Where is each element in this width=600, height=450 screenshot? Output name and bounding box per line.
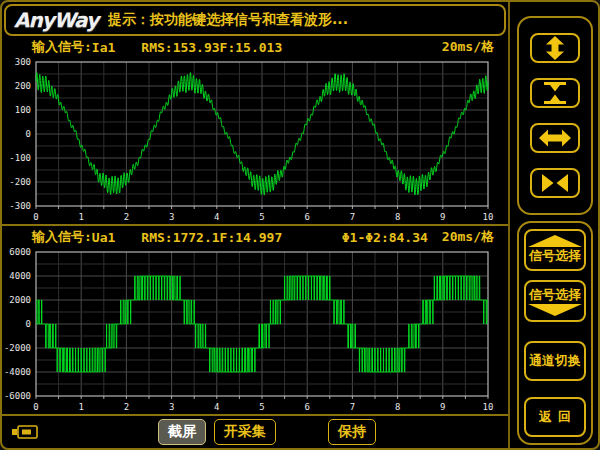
anyway-logo: AnyWay bbox=[14, 8, 98, 32]
y-tick-label: 2000 bbox=[9, 295, 31, 305]
y-tick-label: -4000 bbox=[4, 367, 31, 377]
freq-label: F: bbox=[220, 230, 236, 245]
signal-label: 输入信号: bbox=[32, 38, 92, 56]
hint-text: 提示：按功能键选择信号和查看波形... bbox=[108, 11, 348, 29]
start-capture-button[interactable]: 开采集 bbox=[214, 419, 276, 445]
rms-value: 1772.1 bbox=[173, 230, 220, 245]
expand-horizontal-icon bbox=[539, 126, 571, 150]
freq-label: F: bbox=[220, 40, 236, 55]
arrow-up-icon bbox=[528, 235, 582, 247]
sidebar: 信号选择 信号选择 通道切换 返 回 bbox=[508, 2, 598, 448]
channel-switch-button[interactable]: 通道切换 bbox=[524, 341, 586, 381]
timebase-value: 20ms/格 bbox=[442, 38, 494, 56]
expand-vertical-button[interactable] bbox=[530, 33, 580, 63]
y-tick-label: 4000 bbox=[9, 271, 31, 281]
x-tick-label: 6 bbox=[304, 212, 309, 222]
x-tick-label: 8 bbox=[395, 402, 400, 412]
y-tick-label: -200 bbox=[9, 177, 31, 187]
rms-label: RMS: bbox=[141, 40, 172, 55]
current-waveform-chart: 3002001000-100-200-300012345678910 bbox=[2, 58, 506, 224]
phase-value: 84.34 bbox=[389, 230, 428, 245]
analyzer-screen: AnyWay 提示：按功能键选择信号和查看波形... 输入信号: Ia1 RMS… bbox=[0, 0, 600, 450]
rms-label: RMS: bbox=[141, 230, 172, 245]
bottom-toolbar: 截屏 开采集 保持 bbox=[2, 414, 508, 448]
x-tick-label: 0 bbox=[33, 212, 38, 222]
signal-name: Ua1 bbox=[92, 230, 115, 245]
signal-select-up-label: 信号选择 bbox=[529, 247, 581, 265]
channel-switch-label: 通道切换 bbox=[529, 352, 581, 370]
y-tick-label: 300 bbox=[15, 58, 31, 67]
phase-label: Φ1-Φ2: bbox=[342, 230, 389, 245]
zoom-button-group bbox=[517, 16, 593, 215]
y-tick-label: 0 bbox=[26, 129, 31, 139]
x-tick-label: 2 bbox=[124, 212, 129, 222]
compress-horizontal-button[interactable] bbox=[530, 168, 580, 198]
y-tick-label: -2000 bbox=[4, 343, 31, 353]
compress-vertical-icon bbox=[539, 81, 571, 105]
voltage-waveform-chart: 6000400020000-2000-4000-6000012345678910 bbox=[2, 248, 506, 414]
usb-icon bbox=[10, 423, 40, 441]
x-tick-label: 5 bbox=[259, 212, 264, 222]
y-tick-label: 100 bbox=[15, 105, 31, 115]
x-tick-label: 4 bbox=[214, 402, 219, 412]
x-tick-label: 3 bbox=[169, 212, 174, 222]
back-button[interactable]: 返 回 bbox=[524, 397, 586, 437]
y-tick-label: -100 bbox=[9, 153, 31, 163]
main-area: AnyWay 提示：按功能键选择信号和查看波形... 输入信号: Ia1 RMS… bbox=[2, 2, 508, 448]
back-label-right: 回 bbox=[558, 408, 571, 426]
x-tick-label: 2 bbox=[124, 402, 129, 412]
x-tick-label: 1 bbox=[78, 212, 83, 222]
y-tick-label: 6000 bbox=[9, 248, 31, 257]
signal-select-up-button[interactable]: 信号选择 bbox=[524, 229, 586, 271]
current-chart-panel: 输入信号: Ia1 RMS: 153.93 F: 15.013 20ms/格 3… bbox=[2, 36, 508, 224]
timebase-value: 20ms/格 bbox=[442, 228, 494, 246]
x-tick-label: 6 bbox=[304, 402, 309, 412]
signal-label: 输入信号: bbox=[32, 228, 92, 246]
expand-vertical-icon bbox=[539, 36, 571, 60]
freq-value: 15.013 bbox=[235, 40, 282, 55]
screenshot-button[interactable]: 截屏 bbox=[158, 419, 206, 445]
freq-value: 14.997 bbox=[235, 230, 282, 245]
y-tick-label: -300 bbox=[9, 201, 31, 211]
x-tick-label: 9 bbox=[440, 402, 445, 412]
y-tick-label: -6000 bbox=[4, 391, 31, 401]
title-bar: AnyWay 提示：按功能键选择信号和查看波形... bbox=[4, 4, 506, 36]
voltage-chart-header: 输入信号: Ua1 RMS: 1772.1 F: 14.997 Φ1-Φ2: 8… bbox=[2, 226, 508, 248]
x-tick-label: 1 bbox=[78, 402, 83, 412]
x-tick-label: 4 bbox=[214, 212, 219, 222]
x-tick-label: 3 bbox=[169, 402, 174, 412]
x-tick-label: 5 bbox=[259, 402, 264, 412]
compress-vertical-button[interactable] bbox=[530, 78, 580, 108]
expand-horizontal-button[interactable] bbox=[530, 123, 580, 153]
arrow-down-icon bbox=[528, 304, 582, 316]
hold-button[interactable]: 保持 bbox=[328, 419, 376, 445]
signal-name: Ia1 bbox=[92, 40, 115, 55]
y-tick-label: 0 bbox=[26, 319, 31, 329]
current-chart-header: 输入信号: Ia1 RMS: 153.93 F: 15.013 20ms/格 bbox=[2, 36, 508, 58]
x-tick-label: 8 bbox=[395, 212, 400, 222]
y-tick-label: 200 bbox=[15, 81, 31, 91]
x-tick-label: 9 bbox=[440, 212, 445, 222]
x-tick-label: 7 bbox=[350, 212, 355, 222]
compress-horizontal-icon bbox=[539, 171, 571, 195]
nav-button-group: 信号选择 信号选择 通道切换 返 回 bbox=[517, 221, 593, 445]
x-tick-label: 7 bbox=[350, 402, 355, 412]
voltage-chart-panel: 输入信号: Ua1 RMS: 1772.1 F: 14.997 Φ1-Φ2: 8… bbox=[2, 224, 508, 414]
x-tick-label: 10 bbox=[483, 402, 494, 412]
signal-select-down-button[interactable]: 信号选择 bbox=[524, 280, 586, 322]
signal-select-down-label: 信号选择 bbox=[529, 286, 581, 304]
back-label-left: 返 bbox=[539, 408, 552, 426]
rms-value: 153.93 bbox=[173, 40, 220, 55]
x-tick-label: 10 bbox=[483, 212, 494, 222]
x-tick-label: 0 bbox=[33, 402, 38, 412]
